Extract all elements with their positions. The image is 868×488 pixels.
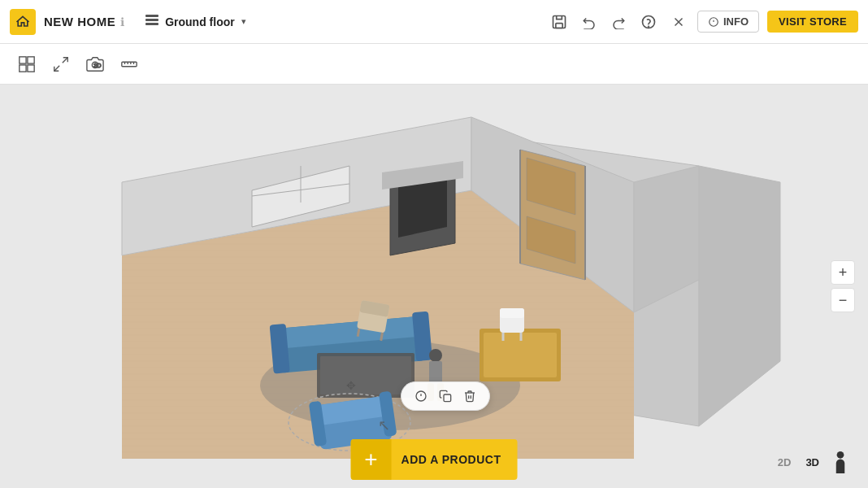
chevron-down-icon: ▾ xyxy=(241,16,246,27)
bottom-bar: + ADD A PRODUCT 2D 3D xyxy=(0,439,868,488)
undo-button[interactable] xyxy=(579,11,600,33)
svg-rect-14 xyxy=(20,64,26,71)
header: NEW HOME ℹ Ground floor ▾ xyxy=(0,0,868,44)
canvas-area[interactable]: ↖ ✥ ↻ + xyxy=(0,85,868,488)
save-button[interactable] xyxy=(548,11,571,33)
ruler-tool-button[interactable] xyxy=(115,50,143,78)
svg-rect-15 xyxy=(28,64,34,71)
svg-point-6 xyxy=(649,26,649,27)
zoom-controls: + − xyxy=(831,260,855,312)
svg-point-81 xyxy=(837,451,844,459)
svg-text:3D: 3D xyxy=(93,61,101,68)
close-button[interactable] xyxy=(668,11,689,33)
svg-rect-3 xyxy=(553,15,565,28)
svg-rect-13 xyxy=(28,56,34,63)
view-3d-button[interactable]: 3D xyxy=(801,453,824,472)
svg-rect-69 xyxy=(500,308,524,318)
svg-text:✥: ✥ xyxy=(346,379,356,392)
svg-rect-80 xyxy=(444,394,451,402)
visit-store-button[interactable]: VISIT STORE xyxy=(767,11,858,33)
svg-rect-12 xyxy=(20,56,26,63)
view-2d-button[interactable]: 2D xyxy=(773,453,796,472)
svg-point-62 xyxy=(429,349,442,362)
add-product-button[interactable]: + ADD A PRODUCT xyxy=(351,439,518,480)
info-button[interactable]: INFO xyxy=(697,11,759,33)
context-info-button[interactable] xyxy=(410,386,432,406)
camera-tool-button[interactable]: 3D xyxy=(81,50,109,78)
floor-selector[interactable]: Ground floor ▾ xyxy=(139,11,253,32)
zoom-out-button[interactable]: − xyxy=(831,288,855,312)
svg-rect-2 xyxy=(145,23,158,25)
svg-rect-4 xyxy=(556,23,562,28)
svg-line-17 xyxy=(54,65,59,70)
app-logo xyxy=(10,9,36,35)
fullscreen-tool-button[interactable] xyxy=(47,50,75,78)
svg-rect-63 xyxy=(429,361,442,384)
context-menu xyxy=(401,381,490,411)
layout-tool-button[interactable] xyxy=(13,50,41,78)
context-copy-button[interactable] xyxy=(434,386,457,406)
zoom-in-button[interactable]: + xyxy=(831,260,855,285)
info-btn-label: INFO xyxy=(723,15,749,28)
svg-line-61 xyxy=(381,333,383,341)
add-product-label: ADD A PRODUCT xyxy=(401,453,518,466)
person-view-button[interactable] xyxy=(829,451,852,473)
svg-text:↖: ↖ xyxy=(378,417,390,434)
help-button[interactable] xyxy=(637,11,660,33)
svg-line-60 xyxy=(358,329,359,337)
add-product-plus-icon: + xyxy=(351,439,392,480)
title-info-icon[interactable]: ℹ xyxy=(120,15,124,28)
svg-line-16 xyxy=(63,57,67,62)
floor-label: Ground floor xyxy=(165,15,235,28)
svg-rect-20 xyxy=(122,62,137,67)
svg-rect-1 xyxy=(145,19,158,21)
floor-icon xyxy=(145,15,160,28)
svg-rect-0 xyxy=(145,15,158,17)
view-controls: 2D 3D xyxy=(773,451,852,473)
header-actions: INFO VISIT STORE xyxy=(548,11,858,33)
redo-button[interactable] xyxy=(608,11,629,33)
toolbar: 3D xyxy=(0,44,868,85)
svg-rect-52 xyxy=(320,356,411,394)
project-title: NEW HOME xyxy=(44,15,115,28)
context-delete-button[interactable] xyxy=(458,386,481,406)
room-scene: ↖ ✥ ↻ xyxy=(0,85,868,488)
